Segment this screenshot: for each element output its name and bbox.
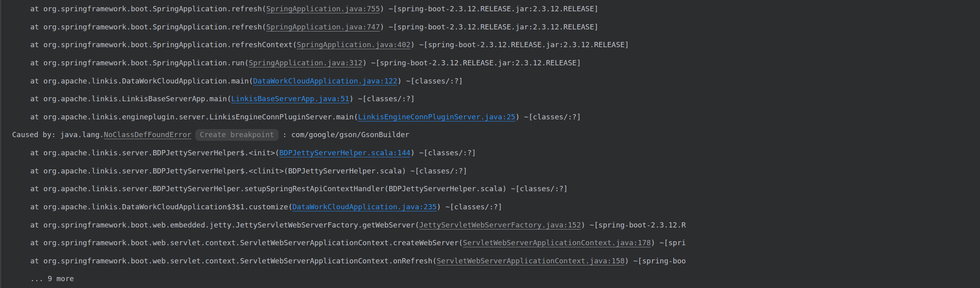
stack-text: at org.springframework.boot.SpringApplic… <box>30 4 266 13</box>
stack-text: at org.apache.linkis.server.BDPJettyServ… <box>30 167 467 175</box>
stack-line: at org.springframework.boot.web.embedded… <box>12 216 980 234</box>
source-file-link[interactable]: LinkisBaseServerApp.java:51 <box>231 94 350 103</box>
stack-text: at org.springframework.boot.SpringApplic… <box>30 40 297 49</box>
stack-line: at org.apache.linkis.DataWorkCloudApplic… <box>12 72 980 90</box>
stack-line: at org.springframework.boot.SpringApplic… <box>12 36 980 54</box>
source-file-link[interactable]: SpringApplication.java:312 <box>249 58 363 67</box>
stack-text: ) ~[spring-boot-2.3.12.RELEASE.jar:2.3.1… <box>363 58 581 67</box>
stack-text: ) ~[classes/:?] <box>437 202 503 211</box>
stack-line: at org.springframework.boot.web.servlet.… <box>12 252 980 270</box>
stack-line: at org.apache.linkis.DataWorkCloudApplic… <box>12 198 980 216</box>
stack-line: at org.apache.linkis.server.BDPJettyServ… <box>12 144 980 162</box>
stack-text: at org.apache.linkis.server.BDPJettyServ… <box>30 148 279 157</box>
stack-line: Caused by: java.lang.NoClassDefFoundErro… <box>12 126 980 144</box>
stack-text: ) ~[classes/:?] <box>411 148 476 157</box>
stack-text: at org.apache.linkis.DataWorkCloudApplic… <box>30 202 292 211</box>
stack-text: at org.springframework.boot.SpringApplic… <box>30 23 266 31</box>
stack-text: at org.apache.linkis.engineplugin.server… <box>30 113 358 121</box>
stack-text: : com/google/gson/GsonBuilder <box>283 130 409 139</box>
stack-text: at org.springframework.boot.web.servlet.… <box>30 238 463 247</box>
source-file-link[interactable]: LinkisEngineConnPluginServer.java:25 <box>358 113 515 121</box>
source-file-link[interactable]: BDPJettyServerHelper.scala:144 <box>279 148 411 157</box>
stack-line: at org.springframework.boot.web.servlet.… <box>12 234 980 252</box>
stack-line: at org.apache.linkis.server.BDPJettyServ… <box>12 162 980 180</box>
stack-text: at org.apache.linkis.server.BDPJettyServ… <box>30 184 568 193</box>
stack-text: ) ~[spring-boot-2.3.12.RELEASE.jar:2.3.1… <box>411 40 629 49</box>
source-file-link[interactable]: JettyServletWebServerFactory.java:152 <box>419 221 581 229</box>
ide-console-panel: at org.springframework.boot.SpringApplic… <box>0 0 980 288</box>
stack-text: at org.springframework.boot.web.servlet.… <box>30 257 437 265</box>
stack-text: ) ~[spring-boot-2.3.12.RELEASE.jar:2.3.1… <box>380 4 598 13</box>
stack-text: ) ~[classes/:?] <box>397 77 463 85</box>
stack-text: Caused by: java.lang. <box>12 130 104 139</box>
stack-text: ) ~[spring-boo <box>625 257 686 265</box>
stack-trace-output[interactable]: at org.springframework.boot.SpringApplic… <box>2 0 980 288</box>
stack-line: at org.apache.linkis.LinkisBaseServerApp… <box>12 90 980 108</box>
stack-text: at org.apache.linkis.DataWorkCloudApplic… <box>30 77 253 85</box>
stack-text: ... 9 more <box>30 274 74 283</box>
source-file-link[interactable]: SpringApplication.java:747 <box>266 23 380 31</box>
create-breakpoint-button[interactable]: Create breakpoint <box>195 129 278 141</box>
stack-text: at org.springframework.boot.SpringApplic… <box>30 58 249 67</box>
source-file-link[interactable]: ServletWebServerApplicationContext.java:… <box>437 257 625 265</box>
source-file-link[interactable]: NoClassDefFoundError <box>104 130 192 139</box>
source-file-link[interactable]: SpringApplication.java:755 <box>266 4 380 13</box>
stack-line: at org.springframework.boot.SpringApplic… <box>12 0 980 18</box>
stack-text: ) ~[spri <box>651 238 686 247</box>
stack-text: ) ~[classes/:?] <box>515 113 581 121</box>
stack-text: ) ~[classes/:?] <box>349 94 415 103</box>
source-file-link[interactable]: DataWorkCloudApplication.java:122 <box>253 77 398 85</box>
stack-line: at org.springframework.boot.SpringApplic… <box>12 54 980 72</box>
source-file-link[interactable]: ServletWebServerApplicationContext.java:… <box>463 238 651 247</box>
stack-text: at org.springframework.boot.web.embedded… <box>30 221 419 229</box>
source-file-link[interactable]: DataWorkCloudApplication.java:235 <box>292 202 437 211</box>
stack-text: ) ~[spring-boot-2.3.12.R <box>581 221 686 229</box>
stack-line: ... 9 more <box>12 270 980 288</box>
stack-line: at org.apache.linkis.server.BDPJettyServ… <box>12 180 980 198</box>
source-file-link[interactable]: SpringApplication.java:402 <box>297 40 411 49</box>
stack-line: at org.springframework.boot.SpringApplic… <box>12 18 980 36</box>
stack-line: at org.apache.linkis.engineplugin.server… <box>12 108 980 126</box>
stack-text: ) ~[spring-boot-2.3.12.RELEASE.jar:2.3.1… <box>380 23 598 31</box>
stack-text: at org.apache.linkis.LinkisBaseServerApp… <box>30 94 231 103</box>
